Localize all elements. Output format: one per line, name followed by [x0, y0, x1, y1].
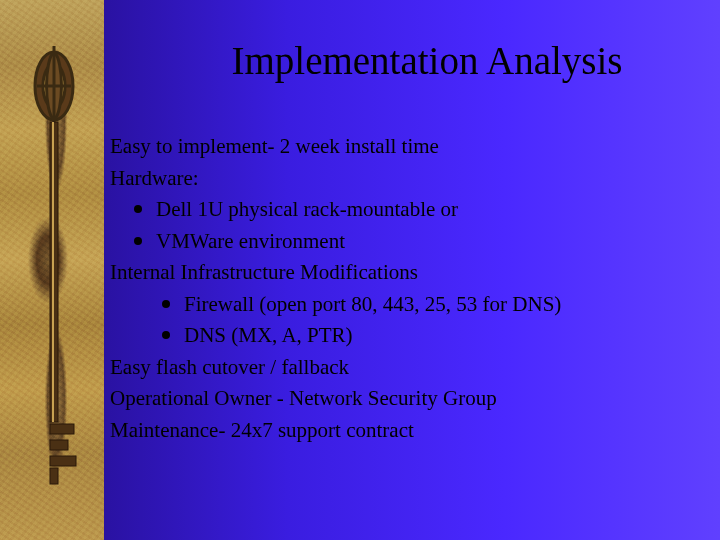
body-line: Internal Infrastructure Modifications — [110, 257, 720, 289]
bullet-item: VMWare environment — [110, 226, 720, 258]
bullet-item: Firewall (open port 80, 443, 25, 53 for … — [110, 289, 720, 321]
bullet-text: Dell 1U physical rack-mountable or — [156, 194, 458, 226]
body-line: Easy flash cutover / fallback — [110, 352, 720, 384]
bullet-dot-icon — [162, 300, 170, 308]
body-line: Operational Owner - Network Security Gro… — [110, 383, 720, 415]
body-line: Hardware: — [110, 163, 720, 195]
bullet-item: Dell 1U physical rack-mountable or — [110, 194, 720, 226]
bullet-item: DNS (MX, A, PTR) — [110, 320, 720, 352]
bullet-text: Firewall (open port 80, 443, 25, 53 for … — [184, 289, 561, 321]
bullet-dot-icon — [134, 237, 142, 245]
body-line: Easy to implement- 2 week install time — [110, 131, 720, 163]
bullet-dot-icon — [134, 205, 142, 213]
bullet-text: VMWare environment — [156, 226, 345, 258]
body-line: Maintenance- 24x7 support contract — [110, 415, 720, 447]
slide-title: Implementation Analysis — [144, 38, 710, 83]
slide-content: Implementation Analysis Easy to implemen… — [104, 0, 720, 540]
bullet-dot-icon — [162, 331, 170, 339]
slide-body: Easy to implement- 2 week install time H… — [110, 131, 720, 446]
sidebar-texture — [0, 0, 104, 540]
bullet-text: DNS (MX, A, PTR) — [184, 320, 353, 352]
